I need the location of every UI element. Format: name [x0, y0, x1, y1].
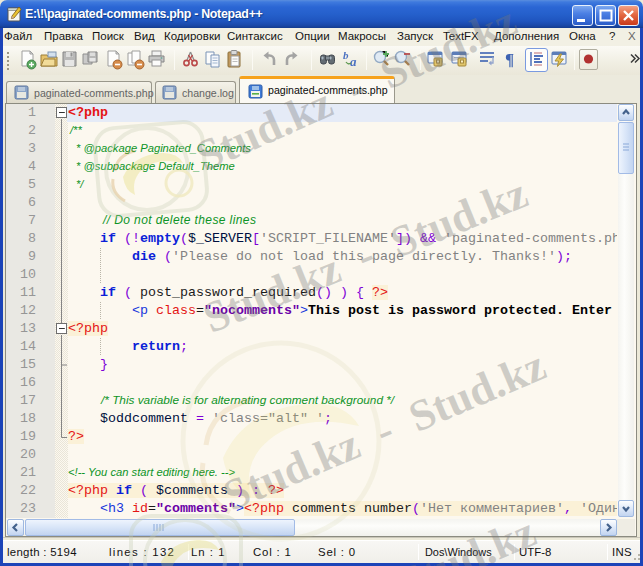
svg-text:b: b: [343, 49, 349, 61]
svg-text:¶: ¶: [505, 50, 514, 69]
